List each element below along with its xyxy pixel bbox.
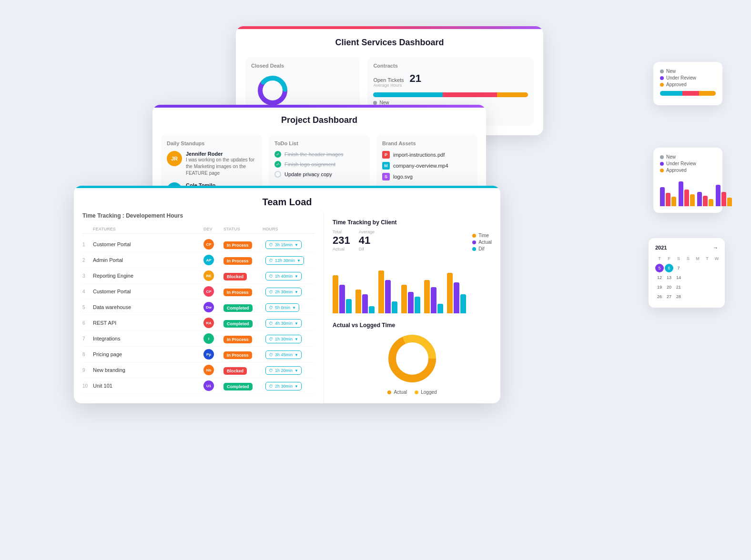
table-body: 1 Customer Portal CP In Process ⏱ 3h 15m… [82,237,315,394]
cal-header: 2021 → [655,245,718,250]
bar-group [424,280,443,313]
hours-badge: ⏱ 4h 30min ▼ [265,319,302,328]
avg-stat: Average 41 Dif [359,230,375,251]
table-row: 7 Integrations I In Process ⏱ 1h 30min ▼ [82,331,315,347]
bar-dif [437,304,443,313]
hours-badge: ⏱ 3h 45min ▼ [265,350,302,359]
table-headers: FEATURES DEV STATUS HOURS [82,225,315,234]
bar-actual [454,282,459,313]
brand-file-2: M company-overview.mp4 [382,162,472,170]
row-num: 2 [82,258,93,263]
row-hours: ⏱ 3h 45min ▼ [263,350,315,359]
open-tickets: Open Tickets Average Hours 21 [373,72,528,88]
bar-actual [339,285,345,313]
row-num: 10 [82,383,93,389]
bar-group [333,275,352,313]
bar-dif [415,297,420,313]
row-num: 4 [82,289,93,294]
row-hours: ⏱ 1h 20min ▼ [263,365,315,375]
contracts-bar [373,92,528,97]
donut-legend: Actual Logged [333,390,492,395]
standup-item-1: JR Jennifer Roder I was working on the u… [167,151,256,177]
project-dashboard-title: Project Dashboard [152,108,486,130]
tbc-stats: Total 231 Actual Average 41 Dif Time [333,230,492,251]
row-num: 6 [82,320,93,326]
todo-item-1: ✓ Finish the header images [274,151,364,158]
row-hours: ⏱ 12h 30min ▼ [263,255,315,265]
row-dev: Pp [203,349,223,360]
calendar-panel: 2021 → T F S S M T W 5 6 7 12 13 14 19 2… [649,238,725,308]
bar-dif [346,299,352,313]
row-status: Blocked [223,366,263,375]
cal-day-6[interactable]: 6 [665,264,673,272]
row-num: 7 [82,336,93,341]
bar-time [333,275,338,313]
row-dev: RA [203,318,223,328]
table-row: 2 Admin Portal AP In Process ⏱ 12h 30min… [82,252,315,268]
bar-group [378,270,397,313]
r-legend-new: New [660,69,716,74]
bar-time [424,280,430,313]
r-legend-approved: Approved [660,82,716,87]
row-status: In Process [223,350,263,359]
row-feature: Reporting Engine [93,273,203,279]
row-hours: ⏱ 3h 15min ▼ [263,240,315,249]
tracking-title: Time Tracking : Developement Hours [82,212,315,219]
row-status: In Process [223,287,263,296]
bar-time [447,273,453,313]
row-feature: Pricing page [93,351,203,357]
table-row: 5 Data warehouse Dw Completed ⏱ 5h 0min … [82,300,315,315]
table-row: 8 Pricing page Pp In Process ⏱ 3h 45min … [82,347,315,362]
row-status: In Process [223,256,263,265]
table-row: 9 New branding Nb Blocked ⏱ 1h 20min ▼ [82,362,315,378]
row-dev: CP [203,286,223,297]
row-feature: Customer Portal [93,241,203,247]
hours-badge: ⏱ 1h 20min ▼ [265,366,302,375]
hours-badge: ⏱ 2h 30min ▼ [265,288,302,296]
r2-legend-new: New [660,154,716,160]
row-hours: ⏱ 5h 0min ▼ [263,302,315,312]
bar-chart-legend: Time Actual Dif [472,233,492,251]
r2-legend-review: Under Review [660,161,716,166]
bar-time [355,290,361,313]
team-load-title: Team Load [74,188,500,212]
client-bar-chart [333,256,492,313]
row-status: In Process [223,240,263,249]
bar-actual [408,292,414,313]
check-icon-3 [274,171,281,178]
right-panel-top: New Under Review Approved [653,62,722,105]
contracts-label: Contracts [373,63,528,69]
r-legend-review: Under Review [660,75,716,80]
time-tracking-section: Time Tracking : Developement Hours FEATU… [74,212,324,403]
bar-actual [385,280,391,313]
standup-avatar-1: JR [167,151,182,166]
donut-chart [333,332,492,385]
brand-file-1: P import-instructions.pdf [382,151,472,159]
row-num: 8 [82,352,93,357]
row-feature: Unit 101 [93,383,203,389]
row-num: 1 [82,242,93,247]
row-status: Completed [223,303,263,312]
row-feature: Data warehouse [93,304,203,310]
bar-actual [362,294,368,313]
todo-item-3: Update privacy copy [274,171,364,178]
table-row: 10 Unit 101 U1 Completed ⏱ 2h 30min ▼ [82,378,315,394]
row-dev: I [203,333,223,344]
cal-grid: T F S S M T W 5 6 7 12 13 14 19 20 21 26… [655,254,718,301]
table-row: 4 Customer Portal CP In Process ⏱ 2h 30m… [82,284,315,300]
team-load-dashboard: Team Load Time Tracking : Developement H… [74,186,500,403]
table-row: 3 Reporting Engine RE Blocked ⏱ 1h 40min… [82,268,315,284]
r2-legend-approved: Approved [660,168,716,173]
row-status: Blocked [223,271,263,280]
bar-group [401,285,420,313]
todo-item-2: ✓ Finish logo asignment [274,161,364,168]
row-dev: U1 [203,380,223,391]
row-num: 5 [82,305,93,310]
row-status: In Process [223,334,263,343]
table-row: 1 Customer Portal CP In Process ⏱ 3h 15m… [82,237,315,252]
row-feature: Integrations [93,336,203,341]
row-dev: Nb [203,365,223,375]
closed-deals-label: Closed Deals [251,63,354,69]
cal-day-5[interactable]: 5 [655,264,664,272]
row-feature: Customer Portal [93,289,203,294]
